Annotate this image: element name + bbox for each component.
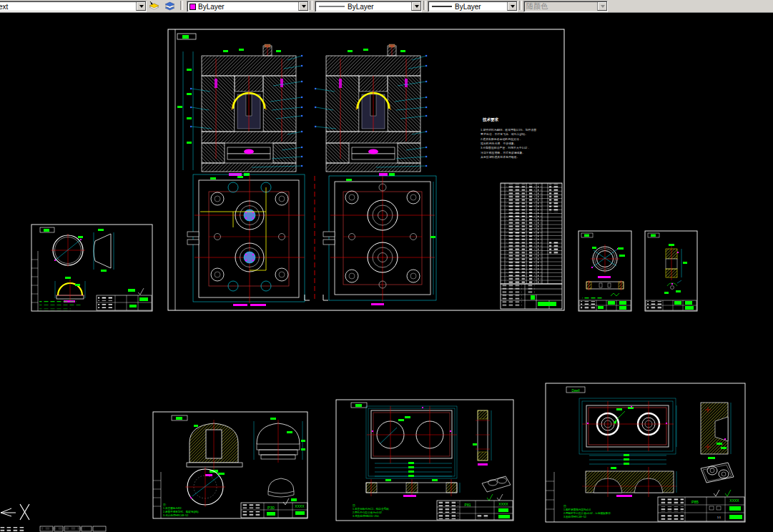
plate-3d-sketch[interactable] bbox=[482, 476, 511, 492]
part-code: P85 bbox=[691, 500, 699, 504]
ring-front-view[interactable] bbox=[591, 245, 625, 278]
svg-text:要求光洁，不得有飞边、缩孔等缺陷。: 要求光洁，不得有飞边、缩孔等缺陷。 bbox=[481, 132, 528, 136]
pin-detail-view[interactable] bbox=[664, 280, 681, 294]
tech-requirements: 技术要求 1.塑件材料为ABS，收缩率取0.5%，制件表面 要求光洁，不得有飞边… bbox=[481, 117, 536, 159]
surface-finish-icon bbox=[138, 288, 144, 295]
sheet-plate-two-holes[interactable]: 注: 1.未注倒角均为C1，锐边去毛刺。 2.两孔中心距公差为±0.02。 3.… bbox=[335, 399, 514, 521]
plate-elevation-view[interactable] bbox=[366, 479, 460, 497]
dome-3d-sketch[interactable] bbox=[268, 478, 294, 497]
ring-side-view[interactable] bbox=[586, 280, 624, 290]
pin-section-view[interactable] bbox=[666, 244, 687, 280]
chevron-down-icon[interactable] bbox=[507, 2, 517, 11]
side-view[interactable] bbox=[94, 229, 114, 272]
sheet-tag-label: Dwell bbox=[571, 389, 579, 393]
lineweight-sample-icon bbox=[431, 4, 453, 9]
cavity-plan-view[interactable] bbox=[579, 398, 676, 465]
section-arch-view[interactable] bbox=[55, 277, 85, 302]
drawing-number: XXXX bbox=[295, 504, 305, 508]
dome-section-view[interactable] bbox=[187, 420, 242, 476]
plan-view-left[interactable] bbox=[187, 174, 305, 306]
surface-finish-icon bbox=[497, 494, 503, 501]
color-value: ByLayer bbox=[196, 3, 298, 11]
sheet-detail-pin[interactable] bbox=[644, 230, 698, 312]
section-view-left[interactable] bbox=[177, 44, 302, 176]
cavity-3d-sketch[interactable] bbox=[701, 463, 734, 483]
svg-text:1.未注倒角均为C1，锐边去毛刺。: 1.未注倒角均为C1，锐边去毛刺。 bbox=[353, 507, 391, 511]
title-block bbox=[97, 288, 152, 310]
linetype-control-combo[interactable]: ByLayer bbox=[315, 1, 422, 12]
toolbar-separator bbox=[519, 1, 522, 10]
svg-text:冷却水路应通畅，不得有渗漏现象。: 冷却水路应通畅，不得有渗漏现象。 bbox=[481, 151, 525, 154]
plate-plan-view[interactable] bbox=[366, 406, 457, 478]
title-block bbox=[646, 300, 696, 310]
svg-text:2.两孔中心距公差为±0.02。: 2.两孔中心距公差为±0.02。 bbox=[353, 511, 384, 514]
notes-block: 注: 1.未注倒角均为C1，锐边去毛刺。 2.两孔中心距公差为±0.02。 3.… bbox=[353, 503, 391, 518]
cavity-plate-graphic: Dwell bbox=[545, 383, 746, 523]
text-style-combo[interactable]: ext bbox=[0, 1, 147, 12]
plot-style-combo: 随颜色 bbox=[523, 1, 608, 12]
plot-style-value: 随颜色 bbox=[524, 1, 597, 11]
title-block: P81 XXXX bbox=[437, 501, 513, 520]
chevron-down-icon[interactable] bbox=[411, 2, 421, 11]
cavity-section-view[interactable] bbox=[582, 467, 677, 497]
svg-text:3.分型面应贴合严密，间隙不大于0.02，: 3.分型面应贴合严密，间隙不大于0.02， bbox=[481, 146, 530, 149]
toolbar: ext ByLayer ByLayer ByLayer bbox=[0, 0, 773, 13]
title-block bbox=[579, 300, 631, 310]
cavity-side-section[interactable] bbox=[701, 403, 731, 459]
svg-text:1.型腔表面抛光至Ra0.4。: 1.型腔表面抛光至Ra0.4。 bbox=[563, 508, 593, 511]
main-assembly-graphic: 技术要求 1.塑件材料为ABS，收缩率取0.5%，制件表面 要求光洁，不得有飞边… bbox=[167, 27, 566, 312]
layers-stack-icon bbox=[164, 1, 176, 11]
part-code: P30 bbox=[267, 506, 275, 510]
svg-text:3.热处理HRC48~52。: 3.热处理HRC48~52。 bbox=[563, 515, 589, 518]
clipped-sheet-fragment bbox=[0, 526, 143, 532]
plan-view-right[interactable] bbox=[323, 176, 436, 305]
svg-text:3.淬火处理HRC48~52。: 3.淬火处理HRC48~52。 bbox=[163, 513, 191, 517]
parts-list-table[interactable] bbox=[501, 183, 562, 284]
sheet-cavity-plate[interactable]: Dwell bbox=[545, 383, 746, 523]
svg-text:注:: 注: bbox=[163, 503, 167, 506]
svg-text:其余按塑料模具技术条件验收。: 其余按塑料模具技术条件验收。 bbox=[481, 155, 519, 159]
layer-arrow-icon bbox=[148, 1, 160, 11]
title-block: P30 XXXX bbox=[241, 503, 307, 518]
surface-finish-icon bbox=[725, 490, 731, 496]
sheet-detail-left[interactable] bbox=[31, 224, 153, 312]
layer-properties-button[interactable] bbox=[162, 0, 177, 11]
plate-side-view[interactable] bbox=[473, 410, 491, 466]
drawing-canvas[interactable]: 技术要求 1.塑件材料为ABS，收缩率取0.5%，制件表面 要求光洁，不得有飞边… bbox=[0, 12, 773, 532]
linetype-sample-icon bbox=[318, 4, 345, 9]
chevron-down-icon[interactable] bbox=[136, 2, 146, 11]
make-object-layer-current-button[interactable] bbox=[147, 0, 162, 11]
notes-block: 注: 1.未注圆角为R2。 2.表面不得有划伤、裂纹等缺陷。 3.淬火处理HRC… bbox=[163, 503, 201, 517]
svg-text:1.塑件材料为ABS，收缩率取0.5%，制件表面: 1.塑件材料为ABS，收缩率取0.5%，制件表面 bbox=[481, 128, 536, 132]
svg-text:2.模具装配后各运动机构应灵活，: 2.模具装配后各运动机构应灵活， bbox=[481, 137, 522, 141]
surface-finish-icon bbox=[611, 293, 619, 296]
chevron-down-icon[interactable] bbox=[298, 2, 308, 11]
drawing-number: XXXX bbox=[498, 502, 508, 506]
core-dome-graphic: 注: 1.未注圆角为R2。 2.表面不得有划伤、裂纹等缺陷。 3.淬火处理HRC… bbox=[152, 411, 308, 519]
plate-two-holes-graphic: 注: 1.未注倒角均为C1，锐边去毛刺。 2.两孔中心距公差为±0.02。 3.… bbox=[335, 399, 514, 521]
current-color-swatch bbox=[189, 4, 196, 10]
svg-text:推出机构无卡滞、干涉现象。: 推出机构无卡滞、干涉现象。 bbox=[481, 142, 517, 145]
linetype-value: ByLayer bbox=[345, 3, 411, 11]
detail-pin-graphic bbox=[644, 230, 698, 312]
section-cut-mark bbox=[305, 295, 310, 300]
svg-text:3.调质处理HB220~250。: 3.调质处理HB220~250。 bbox=[353, 514, 381, 518]
section-view-right[interactable] bbox=[315, 44, 427, 176]
sheet-main-assembly[interactable]: 技术要求 1.塑件材料为ABS，收缩率取0.5%，制件表面 要求光洁，不得有飞边… bbox=[167, 27, 566, 312]
lineweight-control-combo[interactable]: ByLayer bbox=[428, 1, 518, 12]
toolbar-separator bbox=[180, 1, 183, 10]
sheet-tag bbox=[182, 35, 189, 39]
sheet-detail-ring[interactable] bbox=[578, 230, 632, 312]
notes-block: 注: 1.型腔表面抛光至Ra0.4。 2.两型腔中心距公差±0.02，与定模板配… bbox=[563, 504, 613, 518]
title-block bbox=[501, 284, 562, 309]
chevron-down-icon bbox=[597, 2, 607, 11]
svg-text:技术要求: 技术要求 bbox=[482, 117, 499, 122]
color-control-combo[interactable]: ByLayer bbox=[187, 1, 309, 12]
dome-profile-view[interactable] bbox=[254, 418, 305, 463]
dome-plan-view[interactable] bbox=[185, 467, 225, 507]
surface-finish-icon bbox=[283, 498, 289, 505]
front-view[interactable] bbox=[51, 234, 85, 267]
svg-text:2.两型腔中心距公差±0.02，与定模板配作。: 2.两型腔中心距公差±0.02，与定模板配作。 bbox=[563, 511, 613, 515]
svg-text:注:: 注: bbox=[563, 504, 567, 508]
sheet-core-dome[interactable]: 注: 1.未注圆角为R2。 2.表面不得有划伤、裂纹等缺陷。 3.淬火处理HRC… bbox=[152, 411, 308, 519]
